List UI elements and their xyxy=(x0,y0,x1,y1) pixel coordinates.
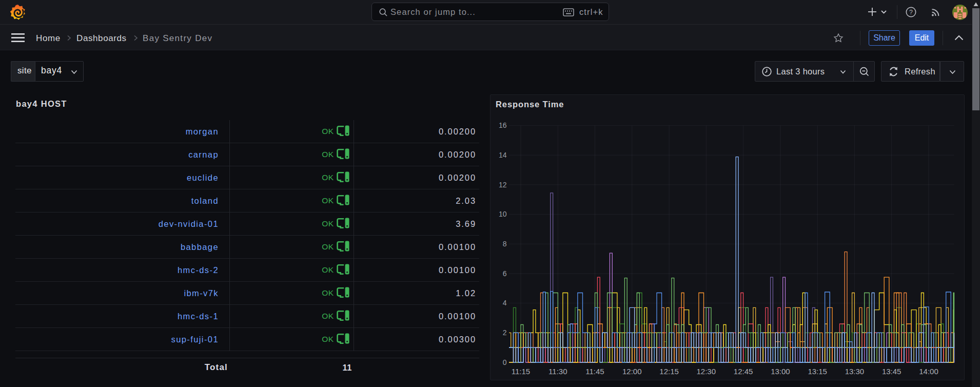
svg-text:12:15: 12:15 xyxy=(659,367,679,376)
svg-text:12:30: 12:30 xyxy=(697,367,716,376)
svg-text:16: 16 xyxy=(499,121,507,129)
svg-text:10: 10 xyxy=(499,210,507,218)
svg-text:0: 0 xyxy=(503,358,507,366)
svg-text:13:15: 13:15 xyxy=(808,367,827,376)
svg-text:14:00: 14:00 xyxy=(919,367,938,376)
svg-text:13:30: 13:30 xyxy=(845,367,865,376)
svg-text:6: 6 xyxy=(503,269,507,278)
svg-text:13:45: 13:45 xyxy=(882,367,901,376)
svg-text:12:00: 12:00 xyxy=(622,367,642,376)
svg-text:12: 12 xyxy=(499,181,507,189)
svg-text:12:45: 12:45 xyxy=(734,367,753,376)
svg-text:11:45: 11:45 xyxy=(585,367,604,376)
svg-text:11:15: 11:15 xyxy=(512,367,530,376)
svg-text:2: 2 xyxy=(503,328,507,337)
svg-text:4: 4 xyxy=(503,299,507,307)
svg-text:13:00: 13:00 xyxy=(771,367,790,376)
svg-text:8: 8 xyxy=(503,240,507,248)
svg-text:11:30: 11:30 xyxy=(548,367,567,376)
svg-text:14: 14 xyxy=(499,151,507,159)
